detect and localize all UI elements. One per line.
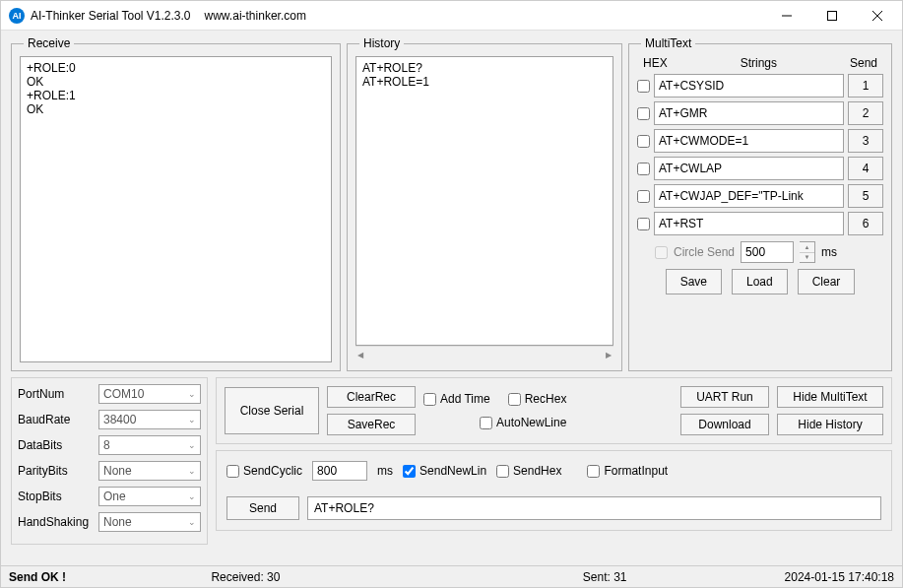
control-row: Close Serial ClearRec SaveRec Add Time R… <box>216 377 892 444</box>
multitext-hex-checkbox[interactable] <box>637 107 650 120</box>
history-hscroll[interactable]: ◀▶ <box>355 346 613 362</box>
baudrate-label: BaudRate <box>18 413 98 426</box>
sendhex-checkbox[interactable]: SendHex <box>496 464 561 478</box>
portnum-label: PortNum <box>18 387 98 401</box>
window-title: AI-Thinker Serial Tool V1.2.3.0www.ai-th… <box>31 9 764 23</box>
multitext-load-button[interactable]: Load <box>732 269 788 294</box>
app-url: www.ai-thinker.com <box>205 9 306 23</box>
svg-rect-1 <box>828 11 837 20</box>
chevron-down-icon: ⌄ <box>188 466 196 476</box>
multitext-send-button-4[interactable]: 4 <box>848 157 883 180</box>
send-ms-label: ms <box>377 464 393 478</box>
titlebar: AI AI-Thinker Serial Tool V1.2.3.0www.ai… <box>1 1 902 31</box>
formatinput-checkbox[interactable]: FormatInput <box>587 464 668 478</box>
status-received: Received: 30 <box>66 570 425 584</box>
multitext-row: 1 <box>637 74 883 98</box>
baudrate-select[interactable]: 38400⌄ <box>98 410 201 429</box>
chevron-down-icon: ⌄ <box>188 389 196 399</box>
multitext-send-button-2[interactable]: 2 <box>848 101 883 125</box>
multitext-cmd-input[interactable] <box>654 184 844 208</box>
close-button[interactable] <box>855 1 900 31</box>
multitext-cmd-input[interactable] <box>654 157 844 180</box>
paritybits-label: ParityBits <box>18 464 98 478</box>
multitext-send-button-6[interactable]: 6 <box>848 212 883 235</box>
sendnewline-checkbox[interactable]: SendNewLin <box>403 464 486 478</box>
databits-label: DataBits <box>18 438 98 452</box>
history-panel: History ◀▶ <box>347 36 622 371</box>
handshaking-select[interactable]: None⌄ <box>98 512 201 532</box>
maximize-button[interactable] <box>809 1 855 31</box>
multitext-cmd-input[interactable] <box>654 74 844 98</box>
receive-legend: Receive <box>24 36 74 50</box>
paritybits-select[interactable]: None⌄ <box>98 461 201 481</box>
send-command-input[interactable] <box>307 496 881 520</box>
multitext-hex-checkbox[interactable] <box>637 190 650 203</box>
multitext-row: 2 <box>637 101 883 125</box>
minimize-button[interactable] <box>764 1 809 31</box>
multitext-send-button-3[interactable]: 3 <box>848 129 883 153</box>
hide-history-button[interactable]: Hide History <box>777 414 883 435</box>
multitext-hex-checkbox[interactable] <box>637 163 650 175</box>
multitext-head-hex: HEX <box>643 56 668 70</box>
status-sent: Sent: 31 <box>425 570 785 584</box>
receive-textarea[interactable] <box>20 56 332 362</box>
port-panel: PortNumCOM10⌄ BaudRate38400⌄ DataBits8⌄ … <box>11 377 208 545</box>
circle-send-checkbox[interactable] <box>655 246 668 259</box>
multitext-hex-checkbox[interactable] <box>637 135 650 148</box>
addtime-checkbox[interactable]: Add Time <box>423 392 490 406</box>
portnum-select[interactable]: COM10⌄ <box>98 384 201 404</box>
saverec-button[interactable]: SaveRec <box>327 414 416 435</box>
uartrun-button[interactable]: UART Run <box>680 386 769 408</box>
history-textarea[interactable] <box>355 56 613 346</box>
multitext-send-button-5[interactable]: 5 <box>848 184 883 208</box>
hide-multitext-button[interactable]: Hide MultiText <box>777 386 883 408</box>
multitext-legend: MultiText <box>641 36 695 50</box>
circle-send-label: Circle Send <box>674 245 735 259</box>
circle-ms-label: ms <box>821 245 837 259</box>
download-button[interactable]: Download <box>680 414 769 435</box>
multitext-hex-checkbox[interactable] <box>637 80 650 93</box>
handshaking-label: HandShaking <box>18 515 98 529</box>
multitext-hex-checkbox[interactable] <box>637 218 650 230</box>
sendcyclic-checkbox[interactable]: SendCyclic <box>226 464 302 478</box>
app-window: AI AI-Thinker Serial Tool V1.2.3.0www.ai… <box>0 0 903 588</box>
multitext-cmd-input[interactable] <box>654 101 844 125</box>
send-panel: SendCyclic ms SendNewLin SendHex FormatI… <box>216 450 892 531</box>
databits-select[interactable]: 8⌄ <box>98 435 201 455</box>
chevron-down-icon: ⌄ <box>188 517 196 527</box>
status-bar: Send OK ! Received: 30 Sent: 31 2024-01-… <box>1 565 902 587</box>
multitext-row: 6 <box>637 212 883 235</box>
multitext-row: 3 <box>637 129 883 153</box>
multitext-save-button[interactable]: Save <box>666 269 722 294</box>
spin-down-icon[interactable]: ▼ <box>800 253 814 263</box>
multitext-row: 5 <box>637 184 883 208</box>
multitext-head-strings: Strings <box>741 56 777 70</box>
close-serial-button[interactable]: Close Serial <box>225 387 319 434</box>
multitext-clear-button[interactable]: Clear <box>798 269 856 294</box>
multitext-head-send: Send <box>850 56 877 70</box>
status-datetime: 2024-01-15 17:40:18 <box>785 570 894 584</box>
scroll-left-icon[interactable]: ◀ <box>357 351 363 359</box>
spin-up-icon[interactable]: ▲ <box>800 242 814 253</box>
history-legend: History <box>359 36 404 50</box>
stopbits-label: StopBits <box>18 490 98 503</box>
scroll-right-icon[interactable]: ▶ <box>606 351 612 359</box>
circle-spinner[interactable]: ▲▼ <box>800 241 815 263</box>
circle-interval-input[interactable] <box>741 241 794 263</box>
send-interval-input[interactable] <box>312 461 367 481</box>
multitext-panel: MultiText HEX Strings Send 123456 Circle… <box>628 36 892 371</box>
send-button[interactable]: Send <box>226 496 299 520</box>
rechex-checkbox[interactable]: RecHex <box>508 392 567 406</box>
multitext-cmd-input[interactable] <box>654 212 844 235</box>
multitext-row: 4 <box>637 157 883 180</box>
autonewline-checkbox[interactable]: AutoNewLine <box>480 416 566 429</box>
status-message: Send OK ! <box>9 570 66 584</box>
clearrec-button[interactable]: ClearRec <box>327 386 416 408</box>
stopbits-select[interactable]: One⌄ <box>98 487 201 506</box>
app-icon: AI <box>9 8 25 24</box>
receive-panel: Receive <box>11 36 341 371</box>
window-buttons <box>764 1 900 31</box>
multitext-cmd-input[interactable] <box>654 129 844 153</box>
chevron-down-icon: ⌄ <box>188 491 196 501</box>
multitext-send-button-1[interactable]: 1 <box>848 74 883 98</box>
